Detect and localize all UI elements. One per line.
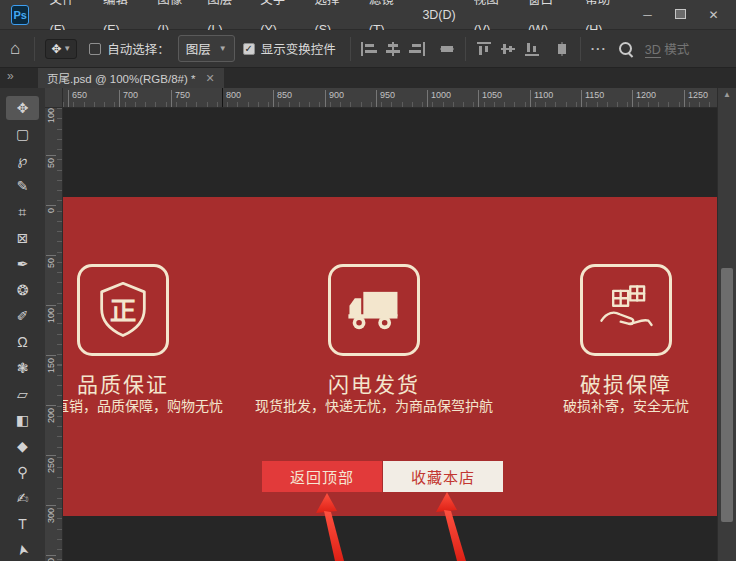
feature-subtitle: 现货批发，快递无忧，为商品保驾护航: [255, 395, 493, 415]
photoshop-window: Ps 文件(F) 编辑(E) 图像(I) 图层(L) 文字(Y) 选择(S) 滤…: [0, 0, 736, 561]
ruler-label: 850: [273, 90, 292, 108]
maximize-icon: [675, 9, 686, 19]
chevron-down-icon: ▼: [219, 44, 227, 53]
ruler-label: 1000: [427, 90, 451, 108]
history-brush-tool[interactable]: ❃: [6, 356, 39, 380]
lasso-tool[interactable]: ℘: [6, 148, 39, 172]
ruler-label: 50: [46, 155, 56, 168]
ruler-label: 900: [325, 90, 344, 108]
3d-mode-label: 3D 模式: [645, 39, 689, 58]
truck-icon: [342, 278, 406, 342]
show-transform-checkbox[interactable]: ✓: [243, 43, 255, 55]
eyedropper-tool[interactable]: ✒: [6, 252, 39, 276]
frame-tool[interactable]: ⊠: [6, 226, 39, 250]
vertical-ruler[interactable]: 100 50 0 50 100 150 200 250 300 350: [45, 108, 63, 561]
crop-tool[interactable]: ⌗: [6, 200, 39, 224]
ruler-label: 1250: [684, 90, 708, 108]
show-transform-label: 显示变换控件: [261, 39, 336, 58]
ruler-label: 300: [46, 505, 56, 523]
spot-healing-brush-tool[interactable]: ❂: [6, 278, 39, 302]
align-vertical-centers-icon[interactable]: [496, 38, 520, 60]
separator: [350, 37, 351, 61]
separator: [465, 37, 466, 61]
feature-subtitle: 破损补寄，安全无忧: [563, 395, 689, 415]
eraser-tool[interactable]: ▱: [6, 382, 39, 406]
separator: [580, 37, 581, 61]
home-icon[interactable]: ⌂: [0, 39, 28, 59]
feature-damage-protection: 破损保障: [526, 264, 717, 398]
auto-select-target-value: 图层: [186, 39, 211, 58]
quick-selection-tool[interactable]: ✎: [6, 174, 39, 198]
brush-tool[interactable]: ✐: [6, 304, 39, 328]
ruler-label: 150: [46, 355, 56, 373]
distribute-horizontal-centers-icon[interactable]: [435, 38, 459, 60]
ruler-label: 700: [119, 90, 138, 108]
separator: [34, 37, 35, 61]
feature-title: 破损保障: [526, 368, 717, 398]
align-top-edges-icon[interactable]: [472, 38, 496, 60]
feature-icon-frame: [580, 264, 672, 356]
options-overflow-icon[interactable]: ···: [587, 41, 611, 56]
ruler-label: 50: [46, 255, 56, 268]
ruler-label: 250: [46, 455, 56, 473]
tools-panel-expand-icon[interactable]: »: [7, 69, 14, 83]
horizontal-ruler[interactable]: 650 700 750 800 850 900 950 1000 1050 11…: [63, 88, 717, 108]
svg-text:正: 正: [110, 296, 137, 326]
cursor-position-marker: [222, 88, 223, 108]
document-tab-title: 页尾.psd @ 100%(RGB/8#) *: [47, 70, 195, 86]
ruler-label: 950: [376, 90, 395, 108]
auto-select-checkbox[interactable]: [89, 43, 101, 55]
ruler-label: 0: [46, 205, 56, 213]
scroll-up-icon[interactable]: ▲: [718, 90, 736, 99]
align-right-edges-icon[interactable]: [405, 38, 429, 60]
minimize-button[interactable]: ─: [631, 1, 664, 29]
auto-select-target-dropdown[interactable]: 图层 ▼: [178, 35, 235, 62]
ruler-label: 100: [46, 108, 56, 123]
maximize-button[interactable]: [664, 1, 697, 29]
shield-certified-icon: 正: [91, 278, 155, 342]
distribute-vertical-centers-icon[interactable]: [550, 38, 574, 60]
feature-quality: 正 品质保证: [63, 264, 223, 398]
back-to-top-button: 返回顶部: [262, 461, 382, 492]
dodge-tool[interactable]: ⚲: [6, 460, 39, 484]
feature-subtitle: 直销，品质保障，购物无忧: [63, 395, 223, 415]
vertical-scrollbar[interactable]: ▲: [717, 88, 736, 561]
tool-options-bar: ⌂ ✥ ▼ 自动选择： 图层 ▼ ✓ 显示变换控件: [0, 30, 736, 68]
search-icon[interactable]: [617, 40, 635, 58]
align-left-edges-icon[interactable]: [357, 38, 381, 60]
chevron-down-icon: ▼: [63, 44, 71, 53]
pen-tool[interactable]: ✍: [6, 486, 39, 510]
ruler-label: 750: [171, 90, 190, 108]
ruler-corner: [45, 88, 63, 108]
move-tool[interactable]: ✥: [6, 96, 39, 120]
align-horizontal-centers-icon[interactable]: [381, 38, 405, 60]
ruler-label: 1200: [632, 90, 656, 108]
document-canvas[interactable]: 正 品质保证 直销，品质保障，购物无忧 闪电发货 现货批发，快递无忧: [63, 108, 717, 561]
scrollbar-thumb[interactable]: [721, 268, 733, 522]
ruler-label: 1050: [478, 90, 502, 108]
feature-icon-frame: [328, 264, 420, 356]
document-tab[interactable]: 页尾.psd @ 100%(RGB/8#) * ✕: [38, 68, 224, 88]
rectangular-marquee-tool[interactable]: ▢: [6, 122, 39, 146]
ruler-label: 200: [46, 405, 56, 423]
move-tool-icon: ✥: [51, 42, 61, 56]
tab-close-icon[interactable]: ✕: [205, 72, 214, 85]
auto-select-label: 自动选择：: [107, 39, 170, 58]
photoshop-logo-icon: Ps: [11, 5, 29, 25]
menu-3d[interactable]: 3D(D): [413, 0, 464, 30]
clone-stamp-tool[interactable]: Ω: [6, 330, 39, 354]
favorite-shop-button: 收藏本店: [383, 461, 503, 492]
ruler-label: 1150: [581, 90, 604, 108]
align-bottom-edges-icon[interactable]: [520, 38, 544, 60]
document-tab-bar: » 页尾.psd @ 100%(RGB/8#) * ✕: [0, 68, 736, 88]
gradient-tool[interactable]: ◧: [6, 408, 39, 432]
blur-tool[interactable]: ◆: [6, 434, 39, 458]
feature-icon-frame: 正: [77, 264, 169, 356]
move-tool-preset-button[interactable]: ✥ ▼: [45, 39, 77, 59]
window-controls: ─ ✕: [631, 1, 730, 29]
close-button[interactable]: ✕: [697, 1, 730, 29]
ruler-label: 350: [46, 555, 56, 561]
hand-package-icon: [594, 278, 658, 342]
feature-shipping: 闪电发货: [274, 264, 474, 398]
feature-title: 品质保证: [63, 368, 223, 398]
